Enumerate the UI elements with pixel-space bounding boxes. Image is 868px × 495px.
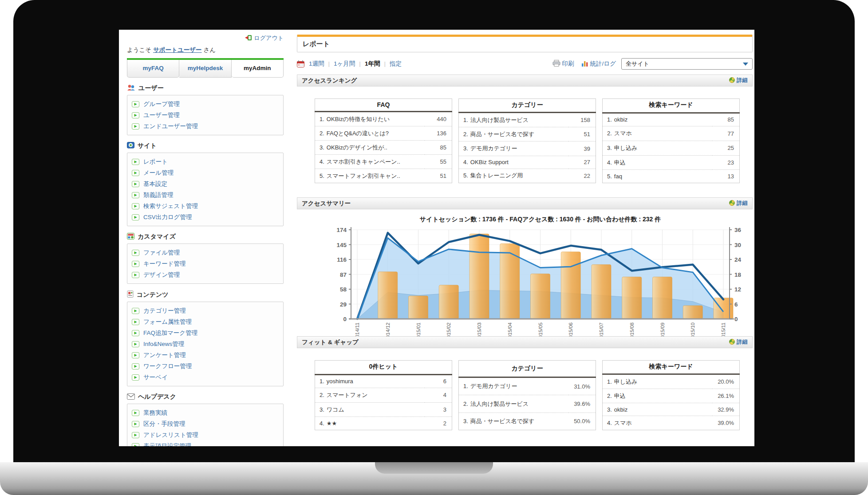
play-icon: ▶ — [132, 214, 139, 220]
detail-link-fitgap[interactable]: 詳細 — [729, 338, 748, 346]
range-1[interactable]: 1週間 — [309, 60, 324, 67]
sidebar-item-label: CSV出力ログ管理 — [143, 213, 192, 221]
svg-text:116: 116 — [337, 256, 347, 263]
sidebar-item[interactable]: ▶キーワード管理 — [132, 258, 279, 269]
ranking-table: カテゴリー1.法人向け製品サービス1582.商品・サービス名で探す513.デモ用… — [458, 98, 596, 183]
sidebar-item-label: 検索サジェスト管理 — [143, 202, 198, 210]
sidebar-item[interactable]: ▶アンケート管理 — [132, 350, 279, 361]
ranking-table: FAQ1.OKBizの特徴を知りたい4402.FAQとQ&Aの違いとは?1363… — [315, 98, 452, 183]
tab-myhelpdesk[interactable]: myHelpdesk — [179, 60, 231, 78]
sidebar-item[interactable]: ▶ユーザー管理 — [132, 110, 279, 121]
detail-link-summary[interactable]: 詳細 — [729, 200, 748, 207]
sidebar-section-label: ヘルプデスク — [138, 393, 176, 401]
svg-text:36: 36 — [734, 227, 742, 233]
row-rank: 2. — [463, 401, 468, 407]
sidebar-section-title: ヘルプデスク — [127, 393, 284, 401]
sidebar-item[interactable]: ▶エンドユーザー管理 — [132, 121, 279, 132]
row-label: 3.okbiz — [603, 403, 712, 416]
sidebar-item[interactable]: ▶基本設定 — [132, 178, 279, 189]
sidebar-item[interactable]: ▶グループ管理 — [132, 98, 279, 110]
tab-myfaq[interactable]: myFAQ — [127, 60, 179, 78]
row-value: 23 — [712, 155, 740, 170]
row-rank: 1. — [463, 117, 468, 123]
site-select[interactable]: 全サイト — [621, 58, 753, 70]
row-rank: 4. — [320, 420, 324, 427]
table-row: 3.ワコム3 — [315, 402, 452, 417]
separator: | — [384, 60, 386, 67]
chart-title: サイトセッション数 : 1736 件 - FAQアクセス数 : 1630 件 -… — [297, 216, 753, 224]
play-icon: ▶ — [132, 421, 139, 427]
laptop-bezel: ログアウト ようこそ サポートユーザー さん myFAQmyHelpdeskmy… — [13, 0, 855, 462]
tab-myadmin[interactable]: myAdmin — [232, 60, 284, 78]
sidebar-item-label: 業務実績 — [143, 409, 167, 417]
sidebar-section-title: サイト — [127, 142, 284, 150]
sidebar-item[interactable]: ▶CSV出力ログ管理 — [132, 212, 279, 223]
report-toolbar: 1週間|1ヶ月間|1年間|指定 印刷 統計/ログ 全サイト — [297, 58, 753, 70]
welcome-text: ようこそ サポートユーザー さん — [127, 46, 284, 54]
row-label: 5.faq — [603, 170, 712, 183]
sidebar-item[interactable]: ▶検索サジェスト管理 — [132, 200, 279, 212]
section-fit-gap: フィット & ギャップ 詳細 — [297, 336, 753, 348]
sidebar-item[interactable]: ▶レポート — [132, 156, 279, 167]
row-rank: 3. — [607, 406, 612, 413]
sidebar-item[interactable]: ▶FAQ追加マーク管理 — [132, 327, 279, 338]
sidebar-item[interactable]: ▶デザイン管理 — [132, 269, 279, 280]
range-2[interactable]: 1ヶ月間 — [334, 60, 355, 67]
table-row: 2.商品・サービス名で探す51 — [459, 127, 596, 141]
sidebar-item[interactable]: ▶フォーム属性管理 — [132, 316, 279, 327]
row-rank: 5. — [607, 173, 612, 180]
pie-icon — [729, 339, 735, 346]
sidebar-item[interactable]: ▶Info&News管理 — [132, 338, 279, 350]
table-header: 0件ヒット — [315, 361, 452, 375]
sidebar-item[interactable]: ▶業務実績 — [132, 407, 279, 418]
range-3[interactable]: 1年間 — [365, 60, 380, 67]
sidebar-item[interactable]: ▶ワークフロー管理 — [132, 361, 279, 372]
sidebar-section-label: カスタマイズ — [138, 233, 176, 241]
svg-text:2015/01: 2015/01 — [416, 322, 421, 336]
section-access-summary: アクセスサマリー 詳細 — [297, 197, 753, 209]
sidebar-item[interactable]: ▶アドレスリスト管理 — [132, 429, 279, 440]
sidebar-section: ユーザー▶グループ管理▶ユーザー管理▶エンドユーザー管理 — [127, 84, 284, 135]
sidebar-item[interactable]: ▶カテゴリー管理 — [132, 305, 279, 316]
play-icon: ▶ — [132, 159, 139, 165]
svg-text:30: 30 — [734, 242, 741, 248]
logout-button[interactable]: ログアウト — [245, 34, 284, 42]
sidebar-section-title: カスタマイズ — [127, 233, 284, 241]
row-label: 2.申込 — [603, 389, 712, 403]
sidebar-item[interactable]: ▶区分・手段管理 — [132, 418, 279, 429]
row-value: 77 — [712, 126, 740, 141]
username-link[interactable]: サポートユーザー — [153, 47, 202, 53]
print-button[interactable]: 印刷 — [552, 60, 574, 68]
play-icon: ▶ — [132, 410, 139, 416]
sidebar-item[interactable]: ▶表示項目設定管理 — [132, 440, 279, 446]
row-value: 136 — [425, 126, 452, 141]
table-row: 1.法人向け製品サービス158 — [459, 113, 596, 127]
table-row: 5.集合トレーニング用22 — [459, 169, 596, 183]
access-summary-chart: 02958871161451740612182430362014/112014/… — [297, 224, 753, 336]
sidebar-item[interactable]: ▶メール管理 — [132, 167, 279, 178]
sidebar-section-label: コンテンツ — [137, 291, 169, 299]
row-label: 3.デモ用カテゴリー — [459, 141, 568, 156]
range-4[interactable]: 指定 — [390, 60, 402, 67]
row-value: 3 — [425, 402, 452, 417]
play-icon: ▶ — [132, 363, 139, 369]
separator: | — [328, 60, 330, 67]
detail-link-ranking[interactable]: 詳細 — [729, 77, 748, 84]
row-rank: 4. — [607, 420, 612, 426]
row-rank: 1. — [607, 378, 612, 385]
ranking-table: 検索キーワード1.okbiz852.スマホ773.申し込み254.申込235.f… — [602, 98, 740, 183]
sidebar-item[interactable]: ▶類義語管理 — [132, 189, 279, 200]
play-icon: ▶ — [132, 352, 139, 358]
sidebar-item[interactable]: ▶サーベイ — [132, 372, 279, 383]
row-label: 4.申込 — [603, 155, 712, 170]
table-row: 5.faq13 — [603, 170, 740, 183]
laptop-base — [0, 462, 868, 495]
section-title: フィット & ギャップ — [302, 338, 359, 346]
sidebar-section-box: ▶ファイル管理▶キーワード管理▶デザイン管理 — [127, 244, 284, 284]
pie-icon — [729, 200, 735, 207]
play-icon: ▶ — [132, 192, 139, 198]
sidebar-item[interactable]: ▶ファイル管理 — [132, 247, 279, 258]
svg-text:2015/04: 2015/04 — [507, 322, 513, 336]
table-row: 4.申込23 — [603, 155, 740, 170]
stats-log-button[interactable]: 統計/ログ — [581, 60, 616, 68]
